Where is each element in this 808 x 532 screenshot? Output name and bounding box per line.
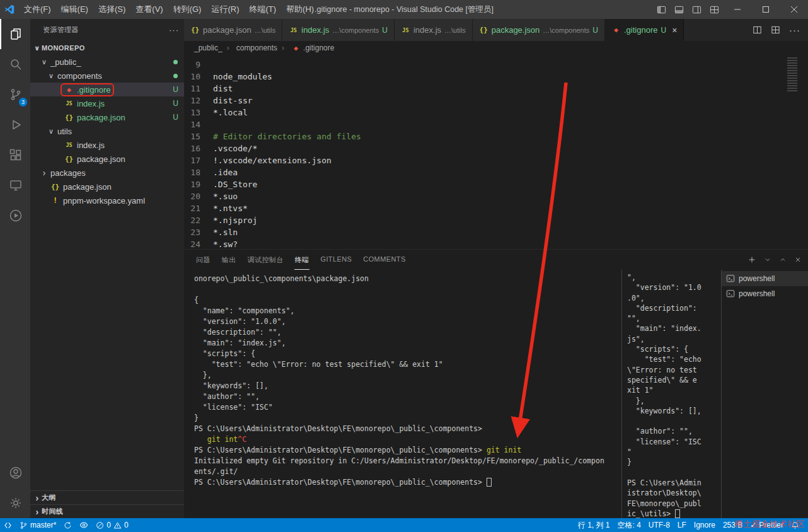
eye-icon[interactable]	[76, 518, 92, 532]
tree-item[interactable]: _public_	[30, 55, 184, 69]
tree-item[interactable]: utils	[30, 124, 184, 138]
extensions-icon[interactable]	[0, 140, 30, 170]
code-line: 15 # Editor directories and files	[184, 130, 808, 142]
editor-tab[interactable]: .gitignore U ×	[605, 19, 684, 41]
close-icon[interactable]: ×	[672, 25, 677, 35]
tree-item[interactable]: index.js U	[30, 96, 184, 110]
file-size[interactable]: 253 B	[719, 518, 746, 532]
accounts-icon[interactable]	[0, 458, 30, 488]
menu-item[interactable]: 文件(F)	[19, 0, 56, 19]
editor-layout-icon[interactable]	[771, 25, 780, 35]
error-icon	[96, 521, 104, 529]
eol-setting[interactable]: LF	[674, 518, 690, 532]
menu-item[interactable]: 帮助(H)	[281, 0, 319, 19]
tab-label: .gitignore	[624, 25, 657, 35]
indentation-setting[interactable]: 空格: 4	[614, 518, 645, 532]
file-icon	[50, 183, 60, 191]
minimap[interactable]	[785, 57, 799, 240]
code-text: *.local	[213, 107, 248, 119]
terminal-list-item[interactable]: powershell	[722, 286, 808, 301]
menu-item[interactable]: 运行(R)	[206, 0, 244, 19]
breadcrumb-item[interactable]: _public_	[194, 43, 222, 52]
tab-description: …\components	[543, 26, 589, 34]
menu-item[interactable]: 查看(V)	[130, 0, 168, 19]
notifications-bell-icon[interactable]	[787, 518, 803, 532]
terminal-main[interactable]: onorepo\_public_\components\package.json…	[184, 270, 621, 518]
terminal-line: ",	[627, 272, 720, 282]
tree-item[interactable]: packages	[30, 166, 184, 180]
panel-tab[interactable]: 终端	[294, 250, 310, 270]
terminal-line: Initialized empty Git repository in C:/U…	[194, 456, 619, 466]
terminal-line: onorepo\_public_\components\package.json	[194, 274, 619, 284]
terminal-line: js",	[627, 334, 720, 344]
editor-tab[interactable]: index.js …\utils	[395, 19, 473, 41]
terminal-line: "license": "ISC"	[194, 402, 619, 413]
encoding-setting[interactable]: UTF-8	[645, 518, 674, 532]
editor[interactable]: 9 10 node_modules 11 dist	[184, 55, 808, 249]
sidebar-section[interactable]: 时间线	[30, 504, 184, 518]
panel-tab[interactable]: GITLENS	[320, 250, 352, 270]
search-icon[interactable]	[0, 49, 30, 79]
settings-gear-icon[interactable]	[0, 488, 30, 518]
maximize-button[interactable]	[751, 0, 780, 19]
close-window-button[interactable]	[780, 0, 808, 19]
tree-item-label: .gitignore	[77, 85, 110, 95]
editor-tab[interactable]: package.json …\utils	[184, 19, 282, 41]
run-debug-icon[interactable]	[0, 110, 30, 140]
panel-tab[interactable]: 输出	[221, 250, 237, 270]
tab-description: …\utils	[444, 26, 466, 34]
menu-item[interactable]: 编辑(E)	[56, 0, 93, 19]
cursor-position[interactable]: 行 1, 列 1	[574, 518, 614, 532]
toggle-secondary-sidebar-icon[interactable]	[688, 0, 705, 19]
menu-item[interactable]: 选择(S)	[93, 0, 130, 19]
remote-explorer-icon[interactable]	[0, 170, 30, 200]
problems-item[interactable]: 0 0	[92, 518, 132, 532]
tab-file-icon	[479, 26, 488, 34]
panel-tab[interactable]: COMMENTS	[362, 250, 406, 270]
tree-item[interactable]: components	[30, 69, 184, 83]
tree-item[interactable]: pnpm-workspace.yaml	[30, 194, 184, 207]
terminal-split[interactable]: ", "version": "1.0.0", "description":"",…	[621, 270, 721, 518]
more-actions-icon[interactable]: ···	[789, 25, 800, 35]
maximize-panel-icon[interactable]	[779, 256, 787, 263]
tab-label: package.json	[492, 25, 540, 35]
breadcrumb-item[interactable]: .gitignore	[277, 43, 334, 52]
file-icon	[64, 155, 74, 163]
menu-item[interactable]: 转到(G)	[168, 0, 207, 19]
terminal-list-item[interactable]: powershell	[722, 271, 808, 286]
panel-tab[interactable]: 问题	[195, 250, 211, 270]
tree-item[interactable]: package.json U	[30, 110, 184, 124]
customize-layout-icon[interactable]	[705, 0, 723, 19]
editor-tab[interactable]: package.json …\components U	[473, 19, 605, 41]
explorer-more-actions-icon[interactable]: ···	[169, 25, 179, 35]
tree-item[interactable]: index.js	[30, 138, 184, 152]
tree-item[interactable]: package.json	[30, 180, 184, 194]
new-terminal-icon[interactable]	[747, 255, 756, 264]
toggle-panel-icon[interactable]	[670, 0, 688, 19]
tree-item-label: package.json	[77, 113, 125, 122]
breadcrumb-item[interactable]: components	[222, 43, 277, 52]
menu-item[interactable]: 终端(T)	[244, 0, 281, 19]
source-control-icon[interactable]: 3	[0, 79, 30, 110]
git-branch-item[interactable]: master*	[16, 518, 60, 532]
split-editor-icon[interactable]	[753, 25, 762, 35]
explorer-icon[interactable]	[0, 19, 30, 49]
terminal-label: powershell	[739, 289, 775, 298]
panel-tab[interactable]: 调试控制台	[247, 250, 284, 270]
minimize-button[interactable]	[723, 0, 751, 19]
language-mode[interactable]: Ignore	[690, 518, 719, 532]
live-server-icon[interactable]	[0, 200, 30, 231]
tree-item[interactable]: package.json	[30, 152, 184, 166]
terminal-dropdown-icon[interactable]	[764, 256, 771, 263]
tree-item[interactable]: .gitignore U	[30, 83, 184, 96]
toggle-sidebar-icon[interactable]	[652, 0, 670, 19]
editor-tab[interactable]: index.js …\components U	[282, 19, 395, 41]
workspace-root[interactable]: MONOREPO	[30, 41, 184, 55]
sidebar-section[interactable]: 大纲	[30, 490, 184, 504]
tree-item-label: package.json	[63, 182, 112, 192]
prettier-status[interactable]: ✓ Prettier	[746, 518, 787, 532]
sync-icon[interactable]	[60, 518, 76, 532]
modified-dot	[173, 60, 178, 64]
close-panel-icon[interactable]	[794, 256, 802, 263]
remote-indicator[interactable]	[0, 518, 16, 532]
